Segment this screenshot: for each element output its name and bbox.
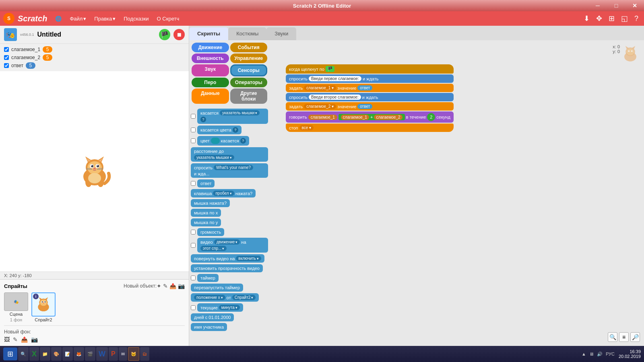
cat-sensing[interactable]: Сенсоры: [230, 64, 268, 76]
upload-bg-icon[interactable]: 📤: [21, 336, 28, 343]
tab-scripts[interactable]: Скрипты: [189, 27, 228, 40]
block-ask[interactable]: спросить What's your name? и жда...: [191, 163, 268, 178]
block-days[interactable]: дней с 01.01.2000: [191, 313, 234, 321]
block-ask-2[interactable]: спросить Введи второе слагаемое: и ждать: [286, 93, 454, 101]
block-set-1[interactable]: задать слагаемое_1 ▾ значение ответ: [286, 84, 454, 92]
close-button[interactable]: ✕: [625, 0, 644, 11]
taskbar-explorer[interactable]: 📁: [40, 347, 50, 361]
block-mouse-y[interactable]: мышка по y: [191, 218, 221, 226]
globe-icon[interactable]: 🌐: [52, 14, 65, 23]
var2-checkbox[interactable]: [4, 55, 9, 60]
block-touches[interactable]: касается указатель мышки ?: [197, 109, 268, 124]
block-mouse-x[interactable]: мышка по x: [191, 209, 221, 217]
block-distance[interactable]: расстояние до указатель мышки: [191, 147, 268, 162]
cat-pen[interactable]: Перо: [192, 78, 229, 87]
block-stop[interactable]: стоп все ▾: [286, 123, 454, 132]
upload-sprite-icon[interactable]: 📤: [169, 283, 176, 289]
volume-checkbox[interactable]: [191, 230, 196, 234]
block-mouse-down[interactable]: мышка нажата?: [191, 199, 230, 207]
taskbar-search[interactable]: 🔍: [18, 347, 29, 361]
stop-pill[interactable]: все ▾: [299, 125, 314, 130]
block-key[interactable]: клавиша пробел нажата?: [191, 189, 256, 197]
touches-help[interactable]: ?: [200, 117, 206, 122]
var3-checkbox[interactable]: [4, 63, 9, 68]
maximize-button[interactable]: □: [607, 0, 625, 11]
zoom-reset-button[interactable]: ≡: [619, 332, 629, 342]
answer-checkbox[interactable]: [191, 181, 196, 186]
taskbar-ppt2[interactable]: 🗂: [140, 347, 149, 361]
block-when-clicked[interactable]: когда щелкнут по 🏴: [286, 64, 454, 74]
taskbar-powerpoint[interactable]: P: [109, 347, 118, 361]
edit-bg-icon[interactable]: ✎: [13, 336, 18, 343]
timer-checkbox[interactable]: [191, 276, 196, 280]
scene-box[interactable]: 🎭: [4, 292, 28, 311]
edit-menu[interactable]: Правка: [91, 14, 119, 23]
cat-control[interactable]: Управление: [230, 53, 268, 63]
touches-pill[interactable]: указатель мышки: [220, 110, 260, 115]
zoom-out-button[interactable]: 🔍: [608, 332, 617, 342]
cat-operators[interactable]: Операторы: [230, 78, 268, 87]
cat-events[interactable]: События: [230, 43, 268, 52]
block-color-touches[interactable]: цвет касается ?: [197, 136, 249, 146]
about-menu[interactable]: О Скретч: [154, 14, 183, 23]
block-say[interactable]: говорить слагаемое_1 слагаемое_1 + слага…: [286, 111, 454, 123]
camera-sprite-icon[interactable]: 📷: [178, 283, 185, 289]
taskbar-word[interactable]: W: [96, 347, 108, 361]
sprite-box[interactable]: i: [31, 292, 56, 317]
block-position[interactable]: положение x от Спрайт2: [191, 293, 259, 302]
block-answer[interactable]: ответ: [197, 179, 215, 187]
video-pill[interactable]: движение: [214, 239, 240, 245]
fullscreen-icon[interactable]: ⊞: [606, 12, 617, 25]
taskbar-blender[interactable]: 🎨: [51, 347, 62, 361]
cat-looks[interactable]: Внешность: [192, 53, 229, 63]
block-video-transparency[interactable]: установить прозрачность видео: [191, 264, 263, 272]
set2-var[interactable]: слагаемое_2 ▾: [304, 104, 336, 109]
stop-button[interactable]: ⏹: [173, 29, 185, 40]
block-volume[interactable]: громкость: [197, 228, 224, 236]
ask2-text[interactable]: Введи второе слагаемое:: [309, 95, 361, 100]
draw-sprite-icon[interactable]: ✦: [157, 283, 161, 289]
taskbar-email[interactable]: ✉: [119, 347, 127, 361]
import-icon[interactable]: ⬇: [581, 12, 592, 25]
tab-costumes[interactable]: Костюмы: [228, 27, 266, 40]
green-flag-button[interactable]: 🏴: [159, 29, 170, 40]
draw-bg-icon[interactable]: 🖼: [4, 336, 10, 343]
tray-arrow[interactable]: ▲: [582, 352, 586, 356]
touches-color-help[interactable]: ?: [233, 127, 238, 133]
video-checkbox[interactable]: [191, 243, 196, 248]
taskbar-scratch[interactable]: 🐱: [128, 347, 139, 361]
color-touches-help[interactable]: ?: [240, 138, 246, 144]
ask-text-pill[interactable]: What's your name?: [214, 165, 253, 170]
start-button[interactable]: ⊞: [3, 348, 17, 360]
say-num[interactable]: 2: [427, 113, 435, 121]
file-menu[interactable]: Файл: [66, 14, 89, 23]
minimize-button[interactable]: ─: [588, 0, 607, 11]
block-ask-1[interactable]: спросить Введи первое слагаемое: и ждать: [286, 74, 454, 83]
block-touches-color[interactable]: касается цвета ?: [197, 125, 242, 134]
taskbar-media[interactable]: 🎬: [85, 347, 95, 361]
video-target-pill[interactable]: этот спр...: [200, 246, 227, 251]
color-touches-checkbox[interactable]: [191, 138, 196, 143]
touches-color-checkbox[interactable]: [191, 128, 196, 132]
cat-sound[interactable]: Звук: [192, 64, 229, 76]
taskbar-excel[interactable]: X: [29, 347, 39, 361]
current-pill[interactable]: минута: [219, 305, 240, 310]
key-pill[interactable]: пробел: [213, 191, 234, 196]
resize-icon[interactable]: ◱: [619, 12, 630, 25]
help-icon[interactable]: ?: [632, 13, 641, 25]
sprite-info-icon[interactable]: i: [33, 294, 39, 299]
block-username[interactable]: имя участника: [191, 323, 227, 331]
distance-pill[interactable]: указатель мышки: [194, 155, 234, 160]
block-turn-video[interactable]: повернуть видео на включить: [191, 254, 264, 263]
zoom-in-button[interactable]: 🔎: [630, 332, 640, 342]
cat-data[interactable]: Данные: [192, 88, 229, 104]
block-reset-timer[interactable]: перезапустить таймер: [191, 284, 243, 292]
block-set-2[interactable]: задать слагаемое_2 ▾ значение ответ: [286, 102, 454, 111]
position-sprite-pill[interactable]: Спрайт2: [232, 295, 256, 300]
ask1-text[interactable]: Введи первое слагаемое:: [309, 76, 361, 81]
var1-checkbox[interactable]: [4, 47, 9, 52]
block-video[interactable]: видео движение на этот спр...: [197, 238, 268, 253]
move-icon[interactable]: ✥: [594, 12, 605, 25]
taskbar-firefox[interactable]: 🦊: [74, 347, 84, 361]
taskbar-editor[interactable]: 📝: [62, 347, 73, 361]
